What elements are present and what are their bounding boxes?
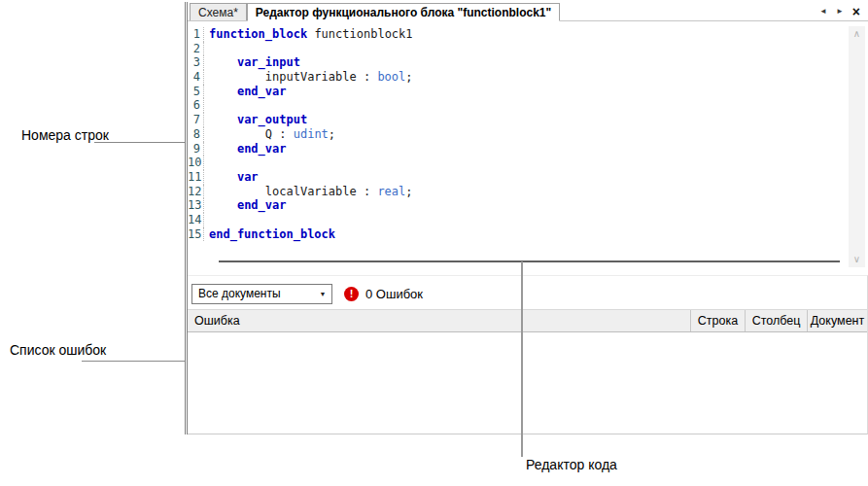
column-header-line[interactable]: Строка: [690, 310, 745, 331]
code-line: 11 var: [188, 170, 868, 185]
code-line: 7 var_output: [188, 113, 868, 127]
code-line: 13 end_var: [188, 198, 868, 213]
code-text: end_var: [204, 198, 286, 213]
line-number: 1: [188, 27, 204, 42]
code-line: 10: [188, 156, 868, 170]
code-line: 4 inputVariable : bool;: [188, 70, 868, 85]
code-text: var_output: [204, 113, 307, 127]
line-number: 5: [188, 85, 204, 99]
code-text: [204, 98, 209, 113]
line-number: 8: [188, 127, 204, 142]
close-icon[interactable]: ×: [852, 5, 860, 18]
column-header-column[interactable]: Столбец: [745, 310, 807, 331]
line-number: 9: [188, 142, 204, 156]
code-line: 6: [188, 98, 868, 113]
line-number: 14: [188, 213, 204, 227]
code-text: end_var: [204, 85, 286, 99]
document-tab-bar: Схема* Редактор функционального блока "f…: [188, 2, 868, 21]
code-text: [204, 42, 209, 56]
line-number: 2: [188, 42, 204, 56]
line-number: 3: [188, 55, 204, 70]
code-text: end_var: [204, 142, 286, 156]
line-number: 10: [188, 156, 204, 170]
error-list-panel: Все документы ▼ ! 0 Ошибок Ошибка Строка…: [188, 275, 868, 434]
documents-filter-value: Все документы: [192, 287, 314, 300]
column-header-error[interactable]: Ошибка: [188, 310, 690, 331]
error-icon: !: [344, 287, 359, 301]
callout-line-line-numbers: [94, 142, 185, 143]
error-table-body: [188, 332, 867, 434]
code-text: [204, 213, 209, 227]
code-line: 8 Q : udint;: [188, 127, 868, 142]
column-header-document[interactable]: Документ: [807, 310, 867, 331]
scroll-up-icon[interactable]: ∧: [853, 26, 860, 42]
line-number: 15: [188, 227, 204, 242]
annotation-line-numbers: Номера строк: [21, 127, 109, 143]
line-number: 11: [188, 170, 204, 185]
code-line: 3 var_input: [188, 55, 868, 70]
code-text: end_function_block: [204, 227, 335, 242]
code-line: 1function_block functionblock1: [188, 27, 868, 42]
vertical-scrollbar[interactable]: ∧ ∨: [849, 26, 865, 267]
line-number: 13: [188, 198, 204, 213]
code-line: 9 end_var: [188, 142, 868, 156]
code-text: localVariable : real;: [204, 185, 413, 199]
error-count-label: 0 Ошибок: [365, 287, 423, 301]
line-number: 4: [188, 70, 204, 85]
documents-filter-dropdown[interactable]: Все документы ▼: [191, 284, 332, 304]
chevron-down-icon: ▼: [314, 291, 331, 297]
code-line: 15end_function_block: [188, 227, 868, 242]
tab-schema[interactable]: Схема*: [190, 3, 247, 20]
code-line: 2: [188, 42, 868, 56]
tab-functionblock-editor[interactable]: Редактор функционального блока "function…: [247, 3, 560, 21]
callout-line-code-editor: [521, 261, 523, 457]
callout-underline-code-editor: [219, 260, 840, 262]
code-text: function_block functionblock1: [204, 27, 413, 42]
callout-line-error-list: [82, 361, 185, 362]
error-list-toolbar: Все документы ▼ ! 0 Ошибок: [188, 276, 867, 305]
error-table-header: Ошибка Строка Столбец Документ: [188, 309, 867, 332]
nav-left-icon[interactable]: ◄: [819, 8, 827, 16]
code-text: var: [204, 170, 259, 185]
code-editor[interactable]: 1function_block functionblock123 var_inp…: [188, 21, 868, 275]
code-text: Q : udint;: [204, 127, 335, 142]
code-line: 5 end_var: [188, 85, 868, 99]
code-text: var_input: [204, 55, 300, 70]
annotation-code-editor: Редактор кода: [526, 457, 617, 472]
fb-editor-window: Схема* Редактор функционального блока "f…: [185, 2, 868, 434]
code-line: 14: [188, 213, 868, 227]
line-number: 6: [188, 98, 204, 113]
line-number: 7: [188, 113, 204, 127]
code-line: 12 localVariable : real;: [188, 185, 868, 199]
code-text: inputVariable : bool;: [204, 70, 413, 85]
tab-nav-controls: ◄ ► ×: [819, 5, 860, 18]
code-lines: 1function_block functionblock123 var_inp…: [188, 21, 868, 241]
line-number: 12: [188, 185, 204, 199]
nav-right-icon[interactable]: ►: [836, 8, 844, 16]
scroll-down-icon[interactable]: ∨: [853, 252, 860, 267]
annotation-error-list: Список ошибок: [10, 342, 106, 358]
code-text: [204, 156, 209, 170]
